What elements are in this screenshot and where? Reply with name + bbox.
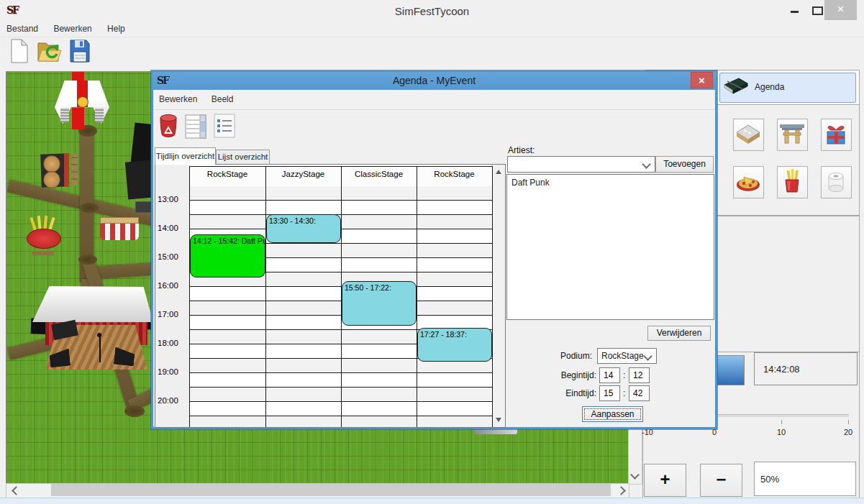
distant-structure: [474, 429, 517, 434]
menu-help[interactable]: Help: [101, 22, 132, 36]
list-view-button[interactable]: [212, 114, 237, 141]
path-junction: [124, 406, 145, 417]
dialog-toolbar: [153, 110, 715, 145]
shop-button-torii-gate[interactable]: [777, 119, 808, 151]
minimize-button[interactable]: [784, 4, 804, 17]
list-view-icon: [214, 114, 235, 138]
game-clock: 14:42:08: [754, 352, 858, 385]
scroll-down-icon[interactable]: [496, 418, 501, 422]
time-label: 13:00: [158, 195, 188, 203]
slider-tick-label: 10: [767, 428, 796, 436]
new-file-icon: [10, 39, 29, 63]
shop-button-gift[interactable]: [821, 119, 852, 151]
schedule-scrollbar[interactable]: [492, 165, 505, 427]
podium-label: Podium:: [527, 351, 592, 361]
column-line: [492, 166, 493, 427]
timeline-view-icon: [185, 114, 206, 139]
shop-button-stage-tile[interactable]: [733, 119, 764, 151]
scrollbar-thumb[interactable]: [51, 484, 611, 496]
zoom-in-button[interactable]: +: [644, 464, 686, 497]
open-file-button[interactable]: [36, 39, 63, 68]
time-label: 18:00: [158, 339, 188, 347]
dialog-close-button[interactable]: ×: [691, 72, 713, 88]
tent: [55, 81, 109, 124]
path-junction: [80, 203, 99, 213]
time-label: 14:00: [158, 224, 188, 232]
agenda-dialog: SF Agenda - MyEvent × Bewerken Beeld: [151, 70, 717, 429]
scroll-left-icon[interactable]: [12, 486, 21, 495]
trash-icon: [158, 114, 178, 139]
begin-minute-input[interactable]: [629, 367, 650, 383]
remove-artist-button[interactable]: Verwijderen: [647, 326, 711, 341]
menu-bewerken[interactable]: Bewerken: [47, 22, 98, 36]
artist-listbox[interactable]: Daft Punk: [506, 174, 714, 320]
shop-button-pizza[interactable]: [733, 166, 764, 198]
artist-combobox[interactable]: [507, 156, 655, 173]
time-separator: :: [623, 388, 625, 398]
column-header-jazzystage: JazzyStage: [265, 170, 341, 178]
main-stage: [27, 285, 153, 372]
timeline-view-button[interactable]: [183, 114, 208, 141]
main-toolbar: [0, 37, 864, 69]
play-button[interactable]: [716, 355, 745, 385]
shop-button-toilet-paper[interactable]: [821, 166, 852, 198]
shop-button-fries[interactable]: [777, 166, 808, 198]
map-horizontal-scrollbar[interactable]: [6, 483, 629, 498]
sidebar-item-label: Agenda: [755, 82, 784, 92]
column-header-rockstage: RockStage: [189, 170, 265, 178]
path-junction: [78, 255, 97, 265]
time-label: 16:00: [158, 281, 188, 290]
new-file-button[interactable]: [6, 39, 33, 68]
striped-stand: [100, 217, 139, 242]
agenda-book-icon: [722, 75, 750, 99]
burger-stand: [40, 152, 78, 188]
time-label: 20:00: [158, 396, 188, 405]
scroll-up-icon[interactable]: [496, 170, 501, 174]
menu-bar: Bestand Bewerken Help: [0, 22, 864, 37]
slider-tick: [781, 420, 782, 424]
schedule-table[interactable]: RockStageJazzyStageClassicStageRockStage…: [155, 164, 506, 428]
close-button[interactable]: ×: [824, 0, 857, 20]
dialog-menu-beeld[interactable]: Beeld: [206, 91, 240, 108]
column-line: [417, 166, 417, 427]
gift-icon: [822, 119, 850, 148]
dialog-menu-bar: Bewerken Beeld: [153, 91, 715, 110]
pizza-icon: [734, 167, 763, 196]
window-title: SimFestTycoon: [0, 5, 864, 17]
status-strip: [0, 498, 864, 504]
toilet-paper-icon: [822, 167, 850, 196]
column-header-classicstage: ClassicStage: [341, 170, 417, 178]
schedule-event[interactable]: 13:30 - 14:30:: [266, 214, 341, 243]
tab-lijst-overzicht[interactable]: Lijst overzicht: [216, 150, 270, 165]
tab-tijdlijn-overzicht[interactable]: Tijdlijn overzicht: [155, 147, 216, 165]
column-line: [189, 166, 190, 427]
podium-combobox[interactable]: RockStage: [597, 348, 657, 364]
menu-bestand[interactable]: Bestand: [0, 22, 45, 36]
dialog-titlebar[interactable]: SF Agenda - MyEvent ×: [153, 72, 716, 90]
schedule-event[interactable]: 15:50 - 17:22:: [342, 281, 417, 325]
save-file-button[interactable]: [66, 39, 94, 68]
dialog-menu-bewerken[interactable]: Bewerken: [153, 91, 203, 108]
artist-list-item[interactable]: Daft Punk: [507, 175, 714, 191]
apply-button[interactable]: Aanpassen: [582, 406, 643, 422]
add-artist-button[interactable]: Toevoegen: [655, 156, 714, 173]
begin-hour-input[interactable]: [599, 367, 620, 383]
scroll-right-icon[interactable]: [617, 486, 626, 495]
fries-stand: [25, 216, 61, 259]
end-minute-input[interactable]: [629, 385, 650, 401]
schedule-event[interactable]: 14:12 - 15:42: Daft Punk: [190, 234, 265, 278]
time-label: 15:00: [158, 252, 188, 261]
sidebar-item-agenda[interactable]: Agenda: [719, 73, 856, 103]
chevron-down-icon: [643, 352, 652, 361]
schedule-event[interactable]: 17:27 - 18:37:: [417, 328, 492, 362]
column-header-rockstage: RockStage: [417, 170, 492, 178]
torii-gate-icon: [778, 119, 806, 148]
window-titlebar: SF SimFestTycoon ×: [0, 0, 864, 22]
open-file-icon: [37, 39, 63, 63]
chevron-down-icon: [642, 160, 651, 169]
scroll-down-icon[interactable]: [630, 470, 640, 480]
zoom-out-button[interactable]: −: [700, 464, 742, 497]
end-hour-input[interactable]: [599, 385, 620, 401]
delete-trash-button[interactable]: [156, 114, 181, 141]
dialog-title: Agenda - MyEvent: [153, 75, 716, 86]
